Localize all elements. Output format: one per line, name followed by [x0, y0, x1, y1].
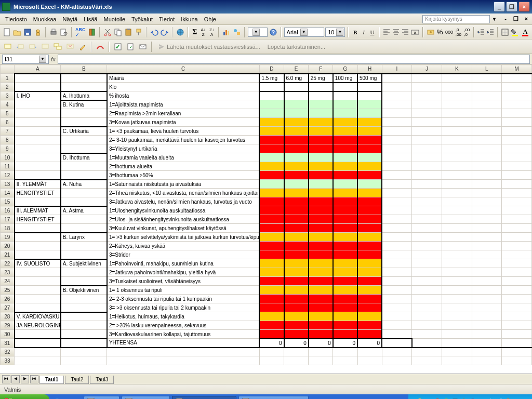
cell[interactable] [61, 321, 107, 330]
cell[interactable]: 2= 3-10 paukamaa, merkittävä huulen tai … [107, 136, 259, 144]
cell[interactable]: C. Urtikaria [61, 127, 107, 136]
cell[interactable] [259, 180, 284, 189]
cell[interactable] [502, 277, 532, 286]
cell[interactable] [309, 118, 333, 127]
cell[interactable] [412, 259, 442, 268]
cell[interactable] [442, 206, 472, 215]
cell[interactable] [472, 339, 502, 348]
menu-dropdown-icon[interactable]: ▼ [492, 17, 497, 22]
cell[interactable]: 2= 2-3 oksennusta tai ripulia tai 1 kump… [107, 295, 259, 303]
cell[interactable] [15, 144, 61, 153]
cell[interactable] [107, 356, 259, 365]
cell[interactable]: 3=Stridor [107, 250, 259, 259]
cell[interactable] [502, 206, 532, 215]
cell[interactable] [412, 303, 442, 312]
cell[interactable] [442, 295, 472, 303]
cell[interactable] [309, 330, 333, 339]
cell[interactable] [502, 250, 532, 259]
cell[interactable] [412, 118, 442, 127]
row-header[interactable]: 12 [1, 171, 15, 180]
cell[interactable]: III. ALEMMAT [15, 206, 61, 215]
cell[interactable] [15, 286, 61, 295]
cell[interactable] [259, 162, 284, 171]
column-header[interactable]: G [333, 65, 357, 74]
cell[interactable] [309, 136, 333, 144]
cell[interactable] [502, 215, 532, 224]
cell[interactable] [502, 136, 532, 144]
cell[interactable] [472, 153, 502, 162]
cell[interactable] [309, 259, 333, 268]
cell[interactable] [357, 286, 382, 295]
format-painter-icon[interactable] [134, 26, 143, 38]
cell[interactable] [472, 144, 502, 153]
row-header[interactable]: 15 [1, 197, 15, 206]
cell[interactable] [333, 259, 357, 268]
cell[interactable] [442, 348, 472, 356]
cell[interactable] [333, 171, 357, 180]
cell[interactable] [382, 197, 412, 206]
cell[interactable] [284, 144, 309, 153]
cell[interactable] [333, 144, 357, 153]
cell[interactable] [15, 339, 61, 348]
cell[interactable]: B. Larynx [61, 233, 107, 242]
cell[interactable] [442, 286, 472, 295]
cell[interactable] [412, 100, 442, 109]
column-header[interactable]: D [259, 65, 284, 74]
cell[interactable] [412, 153, 442, 162]
menu-format[interactable]: Muotoile [100, 15, 128, 23]
cell[interactable] [284, 136, 309, 144]
research-icon[interactable] [87, 26, 97, 38]
cell[interactable] [382, 250, 412, 259]
cell[interactable] [333, 215, 357, 224]
undo-icon[interactable] [150, 26, 159, 38]
cell[interactable] [284, 277, 309, 286]
cell[interactable]: 3=Kovaa jatkuvaa raapimista [107, 118, 259, 127]
cell[interactable]: 1.5 mg [259, 74, 284, 83]
cell[interactable] [284, 259, 309, 268]
decrease-indent-icon[interactable] [477, 26, 485, 38]
update-file-icon[interactable] [125, 41, 136, 52]
cell[interactable] [442, 312, 472, 321]
cell[interactable]: A. Ihottuma [61, 91, 107, 100]
cell[interactable] [357, 83, 382, 91]
cell[interactable] [309, 197, 333, 206]
row-header[interactable]: 28 [1, 312, 15, 321]
cell[interactable] [502, 224, 532, 233]
cell[interactable] [502, 286, 532, 295]
menu-window[interactable]: Ikkuna [178, 15, 201, 23]
cell[interactable] [15, 348, 61, 356]
cell[interactable] [472, 348, 502, 356]
cell[interactable] [442, 233, 472, 242]
cell[interactable]: JA NEUROLOGINEN [15, 321, 61, 330]
column-header[interactable]: K [442, 65, 472, 74]
font-color-icon[interactable]: A [521, 26, 530, 38]
tab-nav-prev[interactable]: ◀ [11, 375, 20, 383]
cell[interactable] [382, 144, 412, 153]
cell[interactable] [502, 74, 532, 83]
cell[interactable] [382, 153, 412, 162]
cell[interactable]: HENGITYSTIET [15, 215, 61, 224]
cell[interactable] [382, 100, 412, 109]
tab-nav-last[interactable]: ⏭ [30, 375, 38, 383]
cell[interactable] [502, 83, 532, 91]
cell[interactable] [259, 83, 284, 91]
column-header[interactable]: E [284, 65, 309, 74]
cell[interactable] [412, 127, 442, 136]
cell[interactable] [472, 74, 502, 83]
cell[interactable] [333, 330, 357, 339]
cell[interactable] [442, 339, 472, 348]
cell[interactable] [284, 109, 309, 118]
cell[interactable] [61, 330, 107, 339]
save-icon[interactable] [23, 26, 32, 38]
cell[interactable] [259, 268, 284, 277]
row-header[interactable]: 27 [1, 303, 15, 312]
print-preview-icon[interactable] [59, 26, 69, 38]
cell[interactable] [61, 348, 107, 356]
cell[interactable] [412, 250, 442, 259]
align-right-icon[interactable] [401, 26, 409, 38]
row-header[interactable]: 4 [1, 100, 15, 109]
cell[interactable] [502, 118, 532, 127]
cell[interactable] [284, 312, 309, 321]
cell[interactable] [333, 162, 357, 171]
column-header[interactable]: J [412, 65, 442, 74]
